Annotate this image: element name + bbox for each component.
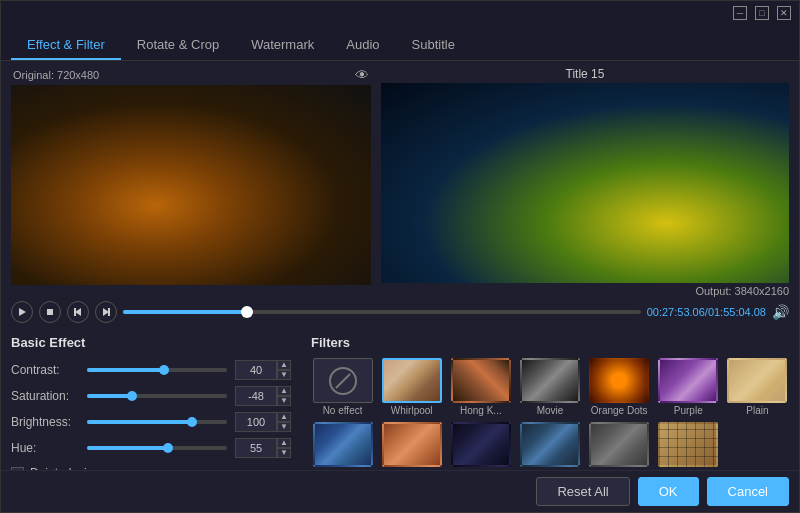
filter-thumb-no-effect	[313, 358, 373, 403]
contrast-up[interactable]: ▲	[277, 360, 291, 370]
hue-slider[interactable]	[87, 446, 227, 450]
filter-coordinates[interactable]: Coordinates	[311, 422, 374, 470]
filter-thumb-warm	[382, 422, 442, 467]
filter-stars[interactable]: Stars	[449, 422, 512, 470]
filters-section: Filters No effect Whirl	[311, 335, 789, 462]
ok-button[interactable]: OK	[638, 477, 699, 506]
reset-all-button[interactable]: Reset All	[536, 477, 629, 506]
maximize-button[interactable]: □	[755, 6, 769, 20]
filter-warm[interactable]: Warm	[380, 422, 443, 470]
saturation-slider[interactable]	[87, 394, 227, 398]
filter-thumb-gray	[589, 422, 649, 467]
hue-fill	[87, 446, 168, 450]
filter-thumb-coordinates	[313, 422, 373, 467]
filter-modern[interactable]: Modern	[518, 422, 581, 470]
contrast-value[interactable]	[235, 360, 277, 380]
preview-area: Original: 720x480 👁 Title 15 Output: 384…	[1, 61, 799, 297]
tab-subtitle[interactable]: Subtitle	[396, 31, 471, 60]
brightness-slider[interactable]	[87, 420, 227, 424]
video-frame-left	[11, 85, 371, 285]
filters-grid: No effect Whirlpool Hong K...	[311, 358, 789, 470]
contrast-row: Contrast: ▲ ▼	[11, 360, 291, 380]
output-resolution: Output: 3840x2160	[695, 285, 789, 297]
filter-thumb-whirlpool	[382, 358, 442, 403]
contrast-spinner: ▲ ▼	[277, 360, 291, 380]
preview-right: Title 15 Output: 3840x2160	[381, 67, 789, 297]
close-button[interactable]: ✕	[777, 6, 791, 20]
seek-progress	[123, 310, 247, 314]
filter-movie[interactable]: Movie	[518, 358, 581, 416]
filter-pixelate[interactable]: Pixelate	[657, 422, 720, 470]
playback-controls: 00:27:53.06/01:55:04.08 🔊	[1, 297, 799, 327]
bottom-bar: Reset All OK Cancel	[1, 470, 799, 512]
brightness-up[interactable]: ▲	[277, 412, 291, 422]
video-preview-left	[11, 85, 371, 285]
filter-label-plain: Plain	[746, 405, 768, 416]
time-display: 00:27:53.06/01:55:04.08	[647, 306, 766, 318]
brightness-down[interactable]: ▼	[277, 422, 291, 432]
filter-hongk[interactable]: Hong K...	[449, 358, 512, 416]
filters-title: Filters	[311, 335, 789, 350]
filter-thumb-modern	[520, 422, 580, 467]
svg-marker-0	[19, 308, 26, 316]
filter-label-whirlpool: Whirlpool	[391, 405, 433, 416]
saturation-value-group: ▲ ▼	[235, 386, 291, 406]
contrast-slider[interactable]	[87, 368, 227, 372]
filter-label-orangedots: Orange Dots	[591, 405, 648, 416]
hue-label: Hue:	[11, 441, 79, 455]
filter-thumb-purple	[658, 358, 718, 403]
volume-icon[interactable]: 🔊	[772, 304, 789, 320]
hue-value-group: ▲ ▼	[235, 438, 291, 458]
saturation-down[interactable]: ▼	[277, 396, 291, 406]
tab-effect-filter[interactable]: Effect & Filter	[11, 31, 121, 60]
contrast-fill	[87, 368, 164, 372]
next-button[interactable]	[95, 301, 117, 323]
filter-whirlpool[interactable]: Whirlpool	[380, 358, 443, 416]
brightness-row: Brightness: ▲ ▼	[11, 412, 291, 432]
video-preview-right	[381, 83, 789, 283]
main-content: Original: 720x480 👁 Title 15 Output: 384…	[1, 61, 799, 512]
cancel-button[interactable]: Cancel	[707, 477, 789, 506]
current-time: 00:27:53.06	[647, 306, 705, 318]
effects-section: Basic Effect Contrast: ▲ ▼	[11, 335, 291, 462]
stop-button[interactable]	[39, 301, 61, 323]
brightness-spinner: ▲ ▼	[277, 412, 291, 432]
filter-plain[interactable]: Plain	[726, 358, 789, 416]
hue-value[interactable]	[235, 438, 277, 458]
filter-thumb-hongk	[451, 358, 511, 403]
tab-bar: Effect & Filter Rotate & Crop Watermark …	[1, 25, 799, 61]
filter-purple[interactable]: Purple	[657, 358, 720, 416]
svg-rect-1	[47, 309, 53, 315]
hue-thumb	[163, 443, 173, 453]
saturation-fill	[87, 394, 132, 398]
minimize-button[interactable]: ─	[733, 6, 747, 20]
saturation-up[interactable]: ▲	[277, 386, 291, 396]
contrast-down[interactable]: ▼	[277, 370, 291, 380]
tab-rotate-crop[interactable]: Rotate & Crop	[121, 31, 235, 60]
tab-audio[interactable]: Audio	[330, 31, 395, 60]
filter-gray[interactable]: Gray	[588, 422, 651, 470]
window-controls: ─ □ ✕	[733, 6, 791, 20]
seek-bar[interactable]	[123, 310, 641, 314]
filter-thumb-orangedots	[589, 358, 649, 403]
saturation-label: Saturation:	[11, 389, 79, 403]
saturation-value[interactable]	[235, 386, 277, 406]
hue-up[interactable]: ▲	[277, 438, 291, 448]
title-bar: ─ □ ✕	[1, 1, 799, 25]
prev-button[interactable]	[67, 301, 89, 323]
brightness-label: Brightness:	[11, 415, 79, 429]
tab-watermark[interactable]: Watermark	[235, 31, 330, 60]
svg-rect-3	[74, 308, 76, 316]
play-button[interactable]	[11, 301, 33, 323]
brightness-value[interactable]	[235, 412, 277, 432]
video-frame-right	[381, 83, 789, 283]
filter-thumb-movie	[520, 358, 580, 403]
filter-no-effect[interactable]: No effect	[311, 358, 374, 416]
hue-down[interactable]: ▼	[277, 448, 291, 458]
original-resolution: Original: 720x480	[13, 69, 99, 81]
filter-orangedots[interactable]: Orange Dots	[588, 358, 651, 416]
filter-thumb-plain	[727, 358, 787, 403]
bottom-panel: Basic Effect Contrast: ▲ ▼	[1, 327, 799, 470]
contrast-label: Contrast:	[11, 363, 79, 377]
visibility-icon[interactable]: 👁	[355, 67, 369, 83]
